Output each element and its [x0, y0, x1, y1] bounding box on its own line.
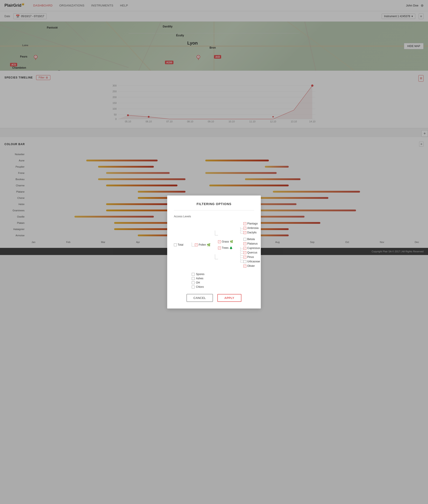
access-levels-label: Access Levels	[174, 215, 254, 218]
dactylis-checkbox[interactable]: ✓	[243, 231, 246, 234]
tree-trees-row: ✓ Trees 🌲	[218, 246, 240, 250]
trees-icon: 🌲	[229, 246, 233, 249]
betula-label: Betula	[247, 238, 255, 241]
pollen-label: Pollen	[199, 243, 206, 246]
cupressus-checkbox[interactable]: ✓	[243, 247, 246, 250]
tree-dactylis: ✓ Dactylis	[243, 230, 260, 235]
tree-quercus: ✓ Quercus	[243, 250, 260, 255]
filtering-modal: FILTERING OPTIONS Access Levels Total ✓	[167, 196, 261, 255]
modal-title: FILTERING OPTIONS	[174, 202, 254, 206]
modal-overlay[interactable]: FILTERING OPTIONS Access Levels Total ✓	[0, 0, 428, 255]
tree-cupressus: ✓ Cupressus	[243, 246, 260, 250]
quercus-checkbox[interactable]: ✓	[243, 251, 246, 254]
pollen-checkbox[interactable]: ✓	[195, 243, 198, 246]
quercus-label: Quercus	[247, 251, 257, 254]
betula-checkbox[interactable]	[243, 238, 246, 241]
ambrosia-checkbox[interactable]: ✓	[243, 227, 246, 230]
trees-checkbox[interactable]: ✓	[218, 247, 221, 249]
tree-pollen-row: ✓ Pollen 🌿	[195, 242, 215, 247]
total-checkbox[interactable]	[174, 243, 177, 246]
tree-plantago: ✓ Plantago	[243, 221, 260, 226]
dactylis-label: Dactylis	[247, 231, 256, 234]
pollen-icon: 🌿	[207, 243, 210, 247]
trees-label: Trees	[222, 246, 229, 249]
tree-level-1: ✓ Pollen 🌿	[195, 221, 215, 255]
tree-ambrosia: ✓ Ambrosia	[243, 226, 260, 230]
plantago-label: Plantago	[247, 222, 258, 225]
cupressus-label: Cupressus	[247, 247, 260, 250]
tree-connector-12	[215, 221, 218, 255]
filter-tree: Total ✓ Pollen 🌿	[174, 221, 254, 255]
tree-level-2: ✓ Grass 🌿 ✓ Trees 🌲	[218, 221, 240, 255]
tree-connector-01	[192, 221, 195, 255]
ambrosia-label: Ambrosia	[247, 226, 259, 230]
tree-grass-row: ✓ Grass 🌿	[218, 240, 240, 244]
platanus-checkbox[interactable]: ✓	[243, 242, 246, 245]
tree-connector-23	[240, 221, 243, 255]
tree-level-3: ✓ Plantago ✓ Ambrosia ✓ Dactylis Betula	[243, 221, 260, 255]
grass-checkbox[interactable]: ✓	[218, 240, 221, 243]
grass-label: Grass	[222, 240, 229, 243]
total-label: Total	[178, 243, 183, 246]
platanus-label: Platanus	[247, 242, 258, 245]
tree-platanus: ✓ Platanus	[243, 241, 260, 246]
tree-level-0: Total	[174, 221, 192, 255]
plantago-checkbox[interactable]: ✓	[243, 222, 246, 225]
grass-icon: 🌿	[230, 240, 233, 243]
tree-pinus: ✓ Pinus	[243, 255, 260, 255]
modal-divider	[174, 210, 254, 210]
tree-total-row: Total	[174, 242, 192, 247]
tree-betula: Betula	[243, 237, 260, 241]
